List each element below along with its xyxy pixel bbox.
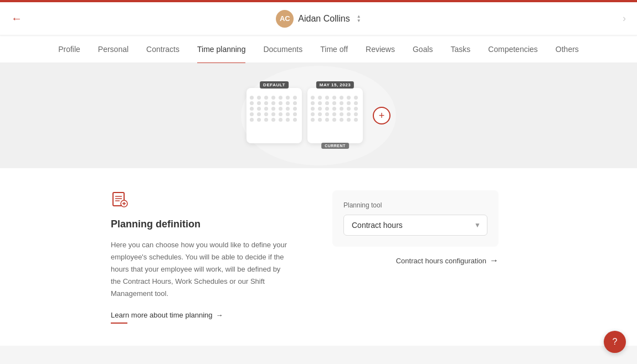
current-badge: CURRENT [321, 143, 349, 149]
back-button[interactable]: ← [11, 12, 22, 25]
tab-contracts[interactable]: Contracts [146, 43, 179, 56]
support-icon: ? [613, 337, 618, 347]
left-section: Planning definition Here you can choose … [111, 190, 288, 324]
planning-definition-title: Planning definition [111, 219, 288, 230]
calendar-current-date-label: MAY 15, 2023 [316, 81, 354, 89]
calendar-default[interactable]: DEFAULT [246, 88, 302, 143]
user-name: Aidan Collins [298, 14, 350, 24]
planning-tool-label: Planning tool [343, 201, 487, 209]
nav-tabs: Profile Personal Contracts Time planning… [0, 35, 637, 63]
learn-more-link[interactable]: Learn more about time planning → [111, 311, 288, 319]
support-button[interactable]: ? [604, 331, 626, 353]
config-link[interactable]: Contract hours configuration → [332, 256, 499, 266]
calendars-container: DEFAULT MAY 15, 2023 [246, 88, 391, 143]
config-link-text: Contract hours configuration [396, 257, 486, 265]
calendar-current-dots [311, 96, 359, 122]
nav-right-arrow[interactable]: › [623, 13, 626, 24]
tab-personal[interactable]: Personal [98, 43, 129, 56]
tab-competencies[interactable]: Competencies [488, 43, 538, 56]
tab-reviews[interactable]: Reviews [366, 43, 395, 56]
avatar-initials: AC [280, 14, 290, 23]
top-bar-left: ← [11, 12, 22, 25]
calendar-current[interactable]: MAY 15, 2023 CURRENT [307, 88, 363, 143]
calendar-default-dots [250, 96, 299, 122]
avatar: AC [276, 10, 294, 28]
red-underline [111, 323, 127, 324]
tab-others[interactable]: Others [556, 43, 579, 56]
arrow-down-icon: ▼ [357, 19, 361, 23]
tab-profile[interactable]: Profile [58, 43, 80, 56]
tab-goals[interactable]: Goals [413, 43, 433, 56]
planning-tool-select-wrapper: Contract hours Work schedules Shift mana… [343, 215, 487, 236]
tab-documents[interactable]: Documents [263, 43, 302, 56]
user-info: AC Aidan Collins ▲ ▼ [276, 10, 361, 28]
learn-more-arrow-icon: → [216, 311, 223, 319]
tab-time-off[interactable]: Time off [320, 43, 348, 56]
config-arrow-icon: → [490, 256, 499, 266]
planning-definition-icon [111, 190, 288, 212]
hero-section: DEFAULT MAY 15, 2023 [0, 63, 637, 168]
planning-definition-description: Here you can choose how you would like t… [111, 239, 288, 300]
learn-more-text: Learn more about time planning [111, 311, 213, 319]
planning-tool-card: Planning tool Contract hours Work schedu… [332, 190, 499, 247]
tab-time-planning[interactable]: Time planning [197, 43, 245, 56]
calendar-default-label: DEFAULT [260, 81, 289, 89]
planning-tool-select[interactable]: Contract hours Work schedules Shift mana… [343, 215, 487, 236]
add-calendar-button[interactable]: + [373, 107, 391, 124]
top-bar: ← AC Aidan Collins ▲ ▼ › [0, 2, 637, 35]
right-section: Planning tool Contract hours Work schedu… [332, 190, 499, 324]
user-switcher[interactable]: ▲ ▼ [357, 14, 361, 23]
tab-tasks[interactable]: Tasks [451, 43, 471, 56]
main-content: Planning definition Here you can choose … [0, 168, 637, 346]
